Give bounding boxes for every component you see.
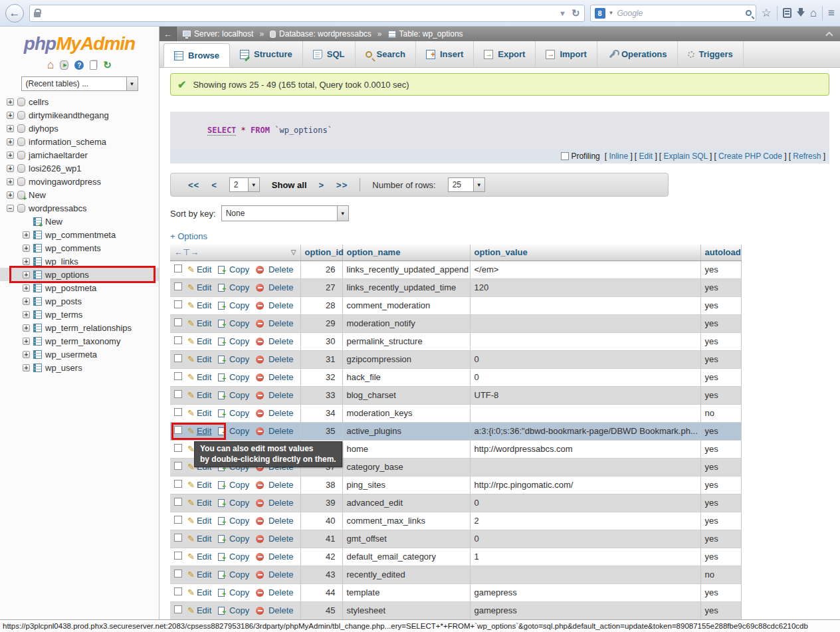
sort-by-key-select[interactable]: None▼ [221, 205, 349, 221]
expand-icon[interactable]: + [7, 191, 14, 199]
sidebar-item-wp_term_taxonomy[interactable]: +wp_term_taxonomy [0, 334, 159, 348]
delete-link[interactable]: Delete [266, 372, 293, 382]
expand-icon[interactable]: + [23, 311, 30, 318]
edit-link[interactable]: Edit [197, 534, 211, 544]
cell-option-name[interactable]: advanced_edit [342, 494, 470, 512]
row-checkbox[interactable] [174, 426, 182, 434]
edit-link[interactable]: Edit [197, 426, 211, 436]
cell-option-value[interactable]: 120 [470, 278, 700, 296]
row-checkbox[interactable] [174, 444, 182, 452]
edit-link[interactable]: Edit [197, 605, 211, 615]
cell-autoload[interactable]: yes [700, 494, 741, 512]
sidebar-item-wp_commentmeta[interactable]: +wp_commentmeta [0, 228, 159, 241]
row-checkbox[interactable] [174, 408, 182, 416]
sql-action-explain-sql-link[interactable]: Explain SQL [664, 152, 708, 161]
cell-autoload[interactable]: yes [700, 440, 741, 458]
cell-option-value[interactable]: 0 [470, 530, 700, 548]
delete-link[interactable]: Delete [266, 408, 293, 418]
delete-link[interactable]: Delete [266, 552, 293, 562]
delete-link[interactable]: Delete [266, 426, 293, 436]
nav-refresh-icon[interactable]: ↻ [103, 60, 112, 70]
cell-autoload[interactable]: yes [700, 296, 741, 314]
cell-option-name[interactable]: recently_edited [342, 566, 470, 583]
copy-link[interactable]: Copy [227, 605, 249, 615]
cell-option-value[interactable]: a:3:{i:0;s:36:"dbwd-bookmark-page/DBWD B… [470, 422, 700, 440]
expand-icon[interactable]: + [7, 138, 14, 146]
delete-link[interactable]: Delete [266, 300, 293, 310]
edit-link[interactable]: Edit [197, 300, 211, 310]
home-icon[interactable]: ⌂ [810, 7, 817, 20]
edit-link[interactable]: Edit [197, 552, 211, 562]
sidebar-item-wp_term_relationships[interactable]: +wp_term_relationships [0, 321, 159, 334]
sidebar-item-wordpressabcs[interactable]: −wordpressabcs [0, 201, 159, 215]
copy-link[interactable]: Copy [227, 480, 249, 490]
cell-option-name[interactable]: template [342, 583, 470, 601]
row-checkbox[interactable] [174, 282, 182, 290]
sidebar-item-wp_users[interactable]: +wp_users [0, 361, 159, 374]
row-checkbox[interactable] [174, 318, 182, 326]
sql-action-inline-link[interactable]: Inline [609, 152, 628, 161]
nav-home-icon[interactable]: ⌂ [47, 60, 54, 70]
cell-autoload[interactable]: no [700, 566, 741, 583]
cell-option-value[interactable] [470, 296, 700, 314]
row-checkbox[interactable] [174, 480, 182, 488]
cell-autoload[interactable]: yes [700, 601, 741, 619]
copy-link[interactable]: Copy [227, 587, 249, 597]
cell-autoload[interactable]: yes [700, 512, 741, 530]
address-bar[interactable]: ▼ ↻ [29, 5, 585, 22]
edit-link[interactable]: Edit [197, 480, 211, 490]
copy-link[interactable]: Copy [227, 534, 249, 544]
column-header-option-value[interactable]: option_value [470, 245, 700, 261]
cell-autoload[interactable]: yes [700, 368, 741, 386]
tab-insert[interactable]: Insert [416, 41, 474, 67]
cell-option-value[interactable]: 1 [470, 548, 700, 566]
cell-autoload[interactable]: yes [700, 583, 741, 601]
expand-icon[interactable]: + [23, 258, 30, 265]
sidebar-item-wp_postmeta[interactable]: +wp_postmeta [0, 281, 159, 294]
sidebar-item-information_schema[interactable]: +information_schema [0, 135, 159, 148]
cell-option-value[interactable] [470, 332, 700, 350]
cell-autoload[interactable]: yes [700, 422, 741, 440]
delete-link[interactable]: Delete [266, 480, 293, 490]
cell-option-name[interactable]: comment_moderation [342, 296, 470, 314]
expand-icon[interactable]: + [7, 112, 14, 119]
row-checkbox[interactable] [174, 300, 182, 308]
nav-help-icon[interactable]: ? [74, 60, 84, 70]
tab-export[interactable]: Export [474, 41, 536, 67]
search-box[interactable]: 8 ▼ Google [590, 5, 756, 22]
delete-link[interactable]: Delete [266, 534, 293, 544]
cell-option-value[interactable]: </em> [470, 261, 700, 278]
bookmarks-menu-icon[interactable] [783, 8, 791, 18]
sidebar-item-jamichaeltarder[interactable]: +jamichaeltarder [0, 148, 159, 161]
row-checkbox[interactable] [174, 552, 182, 560]
expand-icon[interactable]: + [7, 152, 14, 159]
cell-option-name[interactable]: links_recently_updated_time [342, 278, 470, 296]
copy-link[interactable]: Copy [227, 282, 249, 292]
sql-action-create-php-code-link[interactable]: Create PHP Code [718, 152, 782, 161]
expand-icon[interactable]: + [7, 98, 14, 106]
sidebar-item-wp_options[interactable]: +wp_options [0, 268, 159, 281]
edit-link[interactable]: Edit [197, 372, 211, 382]
edit-link[interactable]: Edit [197, 516, 211, 526]
row-checkbox[interactable] [174, 516, 182, 524]
copy-link[interactable]: Copy [227, 552, 249, 562]
page-next-link[interactable]: > [319, 180, 325, 190]
expand-icon[interactable]: + [23, 324, 30, 332]
cell-option-value[interactable] [470, 404, 700, 422]
expand-icon[interactable]: + [23, 338, 30, 345]
cell-option-name[interactable]: stylesheet [342, 601, 470, 619]
sidebar-item-dirtymikeandthegang[interactable]: +dirtymikeandthegang [0, 108, 159, 122]
profiling-checkbox[interactable] [561, 152, 569, 160]
collapse-navigation-button[interactable]: ← [159, 27, 177, 41]
cell-autoload[interactable]: yes [700, 530, 741, 548]
edit-link[interactable]: Edit [197, 264, 211, 274]
copy-link[interactable]: Copy [227, 426, 249, 436]
page-prev-link[interactable]: < [211, 180, 217, 190]
expand-icon[interactable]: + [7, 178, 14, 185]
copy-link[interactable]: Copy [227, 354, 249, 364]
page-number-select[interactable]: 2▼ [229, 177, 260, 192]
browser-back-button[interactable]: ← [5, 4, 24, 23]
cell-option-value[interactable]: gamepress [470, 583, 700, 601]
rows-count-select[interactable]: 25▼ [448, 177, 485, 192]
cell-option-value[interactable] [470, 314, 700, 332]
